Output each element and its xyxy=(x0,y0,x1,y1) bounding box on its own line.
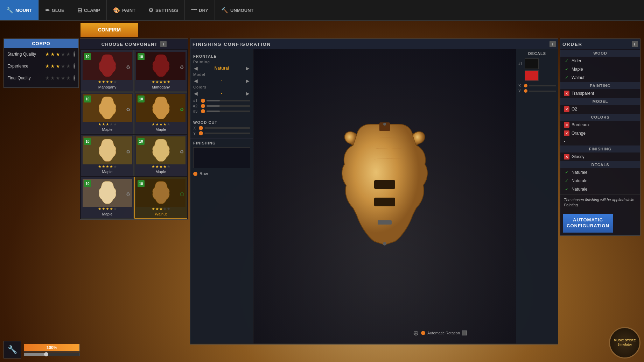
bottom-icon-box: 🔧 xyxy=(4,341,21,359)
cross-icon-transparent: ✕ xyxy=(564,91,569,96)
color-slider-3[interactable] xyxy=(206,111,250,112)
decal-swatch-red[interactable] xyxy=(525,70,539,81)
nav-glue[interactable]: ✒ GLUE xyxy=(39,0,71,20)
color-num-2: #2 xyxy=(193,104,200,108)
confirm-button[interactable]: CONFIRM xyxy=(80,23,138,37)
list-item[interactable]: 10 ♻ ★★★★★ Maple xyxy=(81,135,134,176)
order-info-btn[interactable]: i xyxy=(632,41,638,47)
auto-rotation-checkbox[interactable] xyxy=(462,331,467,335)
logo-area: MUSIC STORE Simulator xyxy=(609,327,640,359)
guitar-body xyxy=(83,94,132,122)
order-item-bordeaux: ✕ Bordeaux xyxy=(560,121,640,129)
painting-next-btn[interactable]: ▶ xyxy=(245,65,250,71)
nav-unmount[interactable]: 🔨 UNMOUNT xyxy=(215,0,260,20)
logo-line2: Simulator xyxy=(617,343,632,347)
list-item[interactable]: 10 ♻ ★★★★★ Mahogany xyxy=(81,50,134,92)
color-sliders: #1 #2 #3 xyxy=(193,96,250,116)
item-image-maple-3: 10 ♻ xyxy=(83,136,132,164)
wood-cut-y-bar[interactable] xyxy=(204,133,250,134)
order-orange-label: Orange xyxy=(572,131,586,136)
exp-star-3: ★ xyxy=(56,63,60,69)
guitar-body xyxy=(83,179,132,207)
order-naturale-2-label: Naturale xyxy=(572,178,587,183)
colors-next-btn[interactable]: ▶ xyxy=(245,91,250,96)
wood-cut-x-bar[interactable] xyxy=(204,127,250,129)
decal-red-swatch-row xyxy=(525,70,556,81)
list-item[interactable]: 10 ♻ ★★★★★ Maple xyxy=(81,177,134,219)
guitar-body xyxy=(136,179,186,207)
color-slider-1[interactable] xyxy=(206,100,250,101)
painting-prev-btn[interactable]: ◀ xyxy=(193,65,198,71)
finishing-raw-item: Raw xyxy=(193,170,250,177)
nav-paint-label: PAINT xyxy=(122,8,135,13)
order-naturale-3-label: Naturale xyxy=(572,187,587,192)
model-next-btn[interactable]: ▶ xyxy=(245,78,250,84)
list-item[interactable]: 10 ♻ ★★★★★ Mahogany xyxy=(134,50,187,92)
corpo-title: CORPO xyxy=(4,39,78,48)
model-prev-btn[interactable]: ◀ xyxy=(193,78,198,84)
order-painting-section: PAINTING xyxy=(560,82,640,89)
cross-icon-glossy: ✕ xyxy=(564,154,569,159)
component-info-btn[interactable]: i xyxy=(160,41,167,47)
cross-icon-bordeaux: ✕ xyxy=(564,122,569,128)
recycle-icon: ♻ xyxy=(180,107,184,112)
painting-sublabel: Painting xyxy=(193,60,250,64)
component-grid: 10 ♻ ★★★★★ Mahogany 10 xyxy=(80,49,188,219)
wood-cut-y-label: Y xyxy=(193,131,197,135)
experience-label: Experience xyxy=(7,64,42,69)
choose-component-title: CHOOSE COMPONENT i xyxy=(80,39,188,49)
decal-x-label: X xyxy=(518,84,523,88)
item-image-maple-1: 10 ♻ xyxy=(83,94,132,122)
list-item[interactable]: 10 ♻ ★★★★★ Maple xyxy=(134,135,187,176)
decal-swatch-black[interactable] xyxy=(525,58,539,69)
list-item[interactable]: 10 ♻ ★★★★★ Maple xyxy=(134,92,187,134)
colors-sublabel: Colors xyxy=(193,85,250,89)
starting-quality-label: Starting Quality xyxy=(7,52,42,57)
nav-paint[interactable]: 🎨 PAINT xyxy=(107,0,142,20)
experience-info[interactable]: i xyxy=(74,63,75,69)
color-slider-2[interactable] xyxy=(206,105,250,107)
experience-stars: ★ ★ ★ ★ ★ xyxy=(45,63,71,69)
nav-clamp[interactable]: ⊟ CLAMP xyxy=(71,0,107,20)
item-name: Maple xyxy=(83,127,132,132)
decal-x-dot xyxy=(524,84,527,87)
list-item[interactable]: 10 ♻ ★★★★★ Maple xyxy=(81,92,134,134)
order-bordeaux-label: Bordeaux xyxy=(572,122,589,127)
color-dot-2 xyxy=(201,104,205,108)
center-content: FRONTALE Painting ◀ Natural ▶ Model ◀ - … xyxy=(190,49,558,343)
svg-point-4 xyxy=(383,242,386,246)
exp-star-5: ★ xyxy=(66,63,71,69)
guitar-body xyxy=(83,52,132,80)
decal-x-bar[interactable] xyxy=(529,85,556,86)
nav-dry[interactable]: 〰 DRY xyxy=(185,0,215,20)
starting-quality-info[interactable]: i xyxy=(74,51,75,57)
mini-knob[interactable] xyxy=(44,352,48,356)
finishing-config-info-btn[interactable]: i xyxy=(550,41,556,47)
recycle-icon: ♻ xyxy=(126,107,131,112)
rotation-dot xyxy=(421,331,425,335)
mini-progress-fill xyxy=(24,353,46,356)
unmount-icon: 🔨 xyxy=(221,7,228,14)
item-stars: ★★★★★ xyxy=(83,80,132,84)
colors-prev-btn[interactable]: ◀ xyxy=(193,91,198,96)
order-label: ORDER xyxy=(562,42,582,47)
nav-mount[interactable]: 🔧 MOUNT xyxy=(0,0,39,20)
color-dot-3 xyxy=(201,109,205,113)
fq-star-5: ★ xyxy=(66,75,71,81)
painting-nav: ◀ Natural ▶ xyxy=(193,65,250,71)
nav-settings[interactable]: ⚙ SETTINGS xyxy=(142,0,185,20)
nav-unmount-label: UNMOUNT xyxy=(230,8,253,13)
colors-nav: ◀ - ▶ xyxy=(193,91,250,96)
decals-panel: DECALS #1 X Y xyxy=(516,49,558,343)
order-item-naturale-3: ✓ Naturale xyxy=(560,185,640,193)
order-item-glossy: ✕ Glossy xyxy=(560,152,640,161)
auto-config-button[interactable]: AUTOMATICCONFIGURATION xyxy=(563,214,613,233)
final-quality-row: Final Quality ★ ★ ★ ★ ★ i xyxy=(4,72,78,84)
final-quality-info[interactable]: i xyxy=(74,75,75,81)
order-item-dash: - xyxy=(560,137,640,145)
fq-star-3: ★ xyxy=(56,75,60,81)
order-decals-section: DECALS xyxy=(560,161,640,168)
finishing-value: Raw xyxy=(200,171,208,176)
list-item[interactable]: 10 ⬡ ★★★★★ Walnut xyxy=(134,177,187,219)
decal-y-bar[interactable] xyxy=(529,91,556,92)
